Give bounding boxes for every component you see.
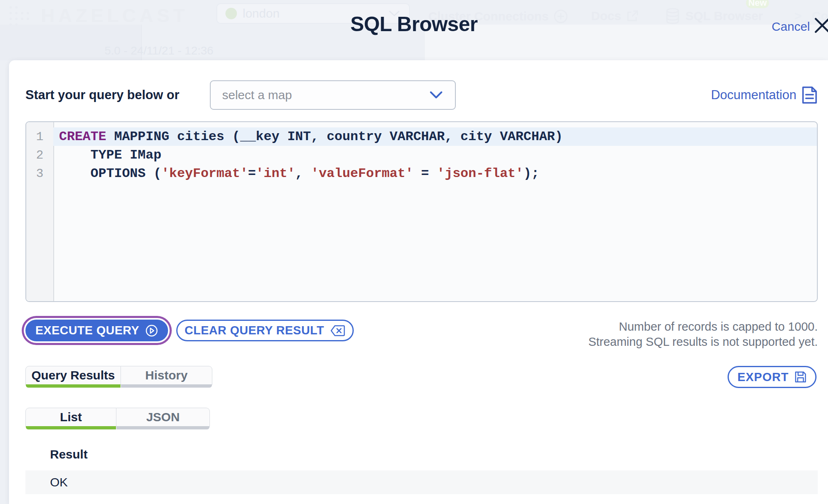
- cancel-link[interactable]: Cancel: [772, 20, 810, 34]
- result-row: OK: [25, 470, 818, 494]
- tab-json[interactable]: JSON: [116, 408, 210, 427]
- documentation-label: Documentation: [711, 88, 796, 102]
- code-text: TYPE IMap: [53, 148, 817, 163]
- result-rows: OK: [25, 470, 818, 494]
- tab-list-label: List: [60, 410, 82, 424]
- records-note-line1: Number of records is capped to 1000.: [588, 319, 818, 334]
- tab-active-bar: [26, 384, 121, 388]
- export-label: EXPORT: [737, 370, 789, 384]
- export-button[interactable]: EXPORT: [728, 366, 817, 388]
- code-line: 3 OPTIONS ('keyFormat'='int', 'valueForm…: [26, 164, 817, 183]
- tab-history-label: History: [145, 368, 187, 382]
- map-select-placeholder: select a map: [222, 88, 292, 102]
- chevron-down-icon: [429, 90, 444, 100]
- tab-active-bar: [121, 384, 212, 388]
- tab-active-bar: [116, 426, 209, 429]
- records-note-line2: Streaming SQL results is not supported y…: [588, 334, 818, 350]
- sql-editor[interactable]: 1CREATE MAPPING cities (__key INT, count…: [25, 121, 818, 302]
- tab-history[interactable]: History: [121, 366, 212, 385]
- editor-lines: 1CREATE MAPPING cities (__key INT, count…: [26, 127, 817, 183]
- tab-json-label: JSON: [146, 410, 180, 424]
- view-tab-group: List JSON: [25, 408, 210, 427]
- play-circle-icon: [145, 324, 158, 337]
- tab-query-results[interactable]: Query Results: [25, 366, 121, 385]
- execute-query-label: EXECUTE QUERY: [35, 324, 139, 337]
- line-number: 3: [26, 167, 53, 181]
- cluster-version-text: 5.0 - 24/11/21 - 12:36: [105, 44, 214, 57]
- tab-query-results-label: Query Results: [32, 368, 115, 382]
- new-badge: New: [746, 0, 769, 8]
- sql-browser-panel: Start your query below or select a map D…: [9, 60, 828, 504]
- results-tab-group: Query Results History: [25, 366, 212, 385]
- backspace-icon: [330, 325, 346, 337]
- page-title: SQL Browser: [0, 12, 828, 36]
- line-number: 2: [26, 148, 53, 162]
- documentation-link[interactable]: Documentation: [711, 80, 818, 110]
- tab-active-bar: [26, 426, 116, 429]
- document-icon: [801, 86, 818, 104]
- clear-query-result-button[interactable]: CLEAR QUERY RESULT: [176, 320, 354, 341]
- execute-query-button[interactable]: EXECUTE QUERY: [25, 320, 168, 341]
- result-column-header: Result: [50, 447, 88, 461]
- map-select[interactable]: select a map: [210, 80, 456, 110]
- clear-query-result-label: CLEAR QUERY RESULT: [184, 324, 324, 337]
- close-icon[interactable]: [812, 16, 828, 35]
- tab-list[interactable]: List: [25, 408, 116, 427]
- records-note: Number of records is capped to 1000. Str…: [588, 319, 818, 350]
- query-prompt-label: Start your query below or: [25, 80, 180, 110]
- code-text: OPTIONS ('keyFormat'='int', 'valueFormat…: [53, 166, 817, 181]
- code-line: 2 TYPE IMap: [26, 146, 817, 164]
- line-number: 1: [26, 130, 53, 144]
- save-icon: [794, 371, 807, 383]
- code-text: CREATE MAPPING cities (__key INT, countr…: [53, 127, 817, 146]
- code-line: 1CREATE MAPPING cities (__key INT, count…: [26, 127, 817, 146]
